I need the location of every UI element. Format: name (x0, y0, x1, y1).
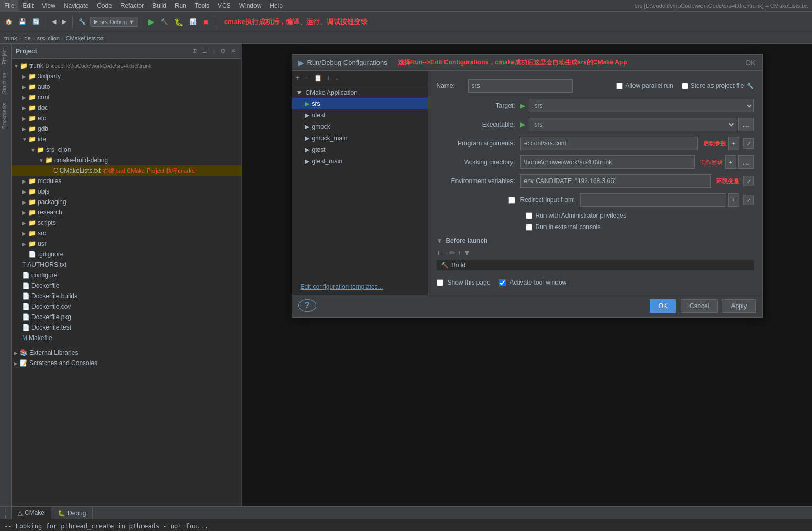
tree-item-packaging[interactable]: ▶ 📁 packaging (12, 197, 241, 207)
tree-item-authors[interactable]: T AUTHORS.txt (12, 259, 241, 270)
tree-item-scratches[interactable]: ▶ 📝 Scratches and Consoles (12, 358, 241, 368)
tree-item-external[interactable]: ▶ 📚 External Libraries (12, 347, 241, 358)
redirect-input[interactable] (580, 193, 726, 207)
panel-scroll-btn[interactable]: ☰ (201, 47, 209, 55)
before-launch-remove-btn[interactable]: − (443, 248, 447, 257)
program-args-input[interactable] (520, 137, 698, 150)
menu-build[interactable]: Build (148, 0, 171, 12)
tree-item-dockerfile[interactable]: 📄 Dockerfile (12, 280, 241, 291)
tree-item-3rdparty[interactable]: ▶ 📁 3rdparty (12, 71, 241, 82)
before-launch-edit-btn[interactable]: ✏ (449, 248, 455, 257)
breadcrumb-item-2[interactable]: srs_clion (37, 35, 60, 41)
tree-item-configure[interactable]: 📄 configure (12, 270, 241, 280)
breadcrumb-item-0[interactable]: trunk (4, 35, 17, 41)
activate-tool-checkbox[interactable] (499, 279, 506, 286)
menu-view[interactable]: View (38, 0, 60, 12)
cancel-button[interactable]: Cancel (681, 299, 718, 313)
target-select[interactable]: srs (529, 99, 754, 112)
redirect-expand-btn[interactable]: ⤢ (743, 195, 754, 205)
tree-item-usr[interactable]: ▶ 📁 usr (12, 239, 241, 249)
toolbar-btn-home[interactable]: 🏠 (3, 17, 15, 26)
config-item-srs[interactable]: ▶ srs (292, 98, 428, 109)
tree-item-modules[interactable]: ▶ 📁 modules (12, 176, 241, 186)
config-add-btn[interactable]: + (294, 73, 302, 83)
side-tab-bookmarks[interactable]: Bookmarks (0, 98, 11, 133)
panel-settings-btn[interactable]: ⚙ (219, 47, 227, 55)
help-button[interactable]: ? (298, 299, 316, 312)
ok-button[interactable]: OK (650, 299, 676, 313)
tree-item-dockerfile-builds[interactable]: 📄 Dockerfile.builds (12, 291, 241, 301)
panel-expand-all-btn[interactable]: ⊞ (191, 47, 198, 55)
stop-button[interactable]: ⏹ (201, 18, 211, 26)
tree-item-dockerfile-cov[interactable]: 📄 Dockerfile.cov (12, 301, 241, 312)
run-external-checkbox[interactable] (526, 224, 532, 231)
config-item-gtest-main[interactable]: ▶ gtest_main (292, 155, 428, 167)
breadcrumb-item-1[interactable]: ide (23, 35, 31, 41)
before-launch-down-btn[interactable]: ▼ (463, 248, 471, 257)
executable-browse-btn[interactable]: ... (738, 118, 754, 131)
menu-window[interactable]: Window (235, 0, 266, 12)
config-item-utest[interactable]: ▶ utest (292, 109, 428, 121)
executable-select[interactable]: srs (529, 118, 736, 131)
tree-item-auto[interactable]: ▶ 📁 auto (12, 82, 241, 92)
dialog-close-btn[interactable]: OK (745, 59, 755, 67)
menu-code[interactable]: Code (93, 0, 116, 12)
tree-item-src[interactable]: ▶ 📁 src (12, 228, 241, 239)
side-tab-structure[interactable]: Structure (0, 69, 11, 98)
tree-item-etc[interactable]: ▶ 📁 etc (12, 113, 241, 123)
run-config-dropdown-icon[interactable]: ▼ (129, 19, 135, 25)
working-dir-browse-btn[interactable]: ... (738, 155, 754, 169)
menu-help[interactable]: Help (265, 0, 287, 12)
panel-sort-btn[interactable]: ↕ (211, 47, 217, 55)
menu-vcs[interactable]: VCS (214, 0, 235, 12)
toolbar-btn-forward[interactable]: ▶ (60, 17, 69, 26)
config-move-down-btn[interactable]: ↓ (333, 73, 341, 83)
before-launch-up-btn[interactable]: ↑ (458, 248, 461, 257)
bottom-panel-scroll-up[interactable]: ↑ (4, 507, 7, 513)
env-vars-expand-btn[interactable]: ⤢ (743, 176, 754, 186)
toolbar-btn-run-widget[interactable]: 🔧 (76, 17, 88, 26)
tree-item-objs[interactable]: ▶ 📁 objs (12, 186, 241, 197)
tree-item-scripts[interactable]: ▶ 📁 scripts (12, 218, 241, 228)
activate-tool-label[interactable]: Activate tool window (499, 279, 567, 286)
bottom-tab-debug[interactable]: 🐛 Debug (51, 507, 93, 519)
edit-config-link[interactable]: Edit configuration templates... (292, 279, 428, 295)
menu-edit[interactable]: Edit (18, 0, 38, 12)
tree-item-ide[interactable]: ▼ 📁 ide (12, 134, 241, 144)
toolbar-btn-save[interactable]: 💾 (17, 17, 28, 26)
config-move-up-btn[interactable]: ↑ (325, 73, 332, 83)
env-vars-input[interactable] (520, 174, 711, 188)
config-group-cmake-header[interactable]: ▼ CMake Application (292, 87, 428, 98)
tree-item-research[interactable]: ▶ 📁 research (12, 207, 241, 218)
bottom-panel-scroll-down[interactable]: ↓ (4, 513, 7, 519)
panel-close-btn[interactable]: ✕ (229, 47, 237, 55)
config-item-gmock[interactable]: ▶ gmock (292, 121, 428, 132)
menu-navigate[interactable]: Navigate (60, 0, 93, 12)
apply-button[interactable]: Apply (722, 299, 755, 313)
tree-item-srs-clion[interactable]: ▼ 📁 srs_clion (12, 144, 241, 155)
tree-item-dockerfile-test[interactable]: 📄 Dockerfile.test (12, 322, 241, 333)
tree-item-doc[interactable]: ▶ 📁 doc (12, 103, 241, 113)
store-project-label[interactable]: Store as project file 🔧 (682, 82, 754, 89)
store-project-checkbox[interactable] (682, 83, 688, 89)
before-launch-add-btn[interactable]: + (437, 248, 441, 257)
run-button[interactable]: ▶ (146, 16, 157, 28)
debug-button[interactable]: 🐛 (172, 17, 185, 27)
tree-item-conf[interactable]: ▶ 📁 conf (12, 92, 241, 103)
config-item-gmock-main[interactable]: ▶ gmock_main (292, 132, 428, 144)
config-item-gtest[interactable]: ▶ gtest (292, 144, 428, 155)
name-input[interactable] (468, 79, 573, 93)
tree-item-gitignore[interactable]: 📄 .gitignore (12, 249, 241, 259)
menu-file[interactable]: File (0, 0, 18, 12)
tree-item-dockerfile-pkg[interactable]: 📄 Dockerfile.pkg (12, 312, 241, 322)
run-admin-checkbox[interactable] (526, 212, 532, 219)
before-launch-header[interactable]: ▼ Before launch (437, 237, 754, 244)
tree-item-cmake-build[interactable]: ▼ 📁 cmake-build-debug (12, 155, 241, 165)
menu-run[interactable]: Run (171, 0, 191, 12)
redirect-add-btn[interactable]: + (728, 193, 739, 207)
program-args-expand-btn[interactable]: ⤢ (743, 138, 754, 149)
program-args-add-btn[interactable]: + (728, 137, 739, 150)
show-page-checkbox[interactable] (437, 279, 443, 286)
toolbar-btn-back[interactable]: ◀ (50, 17, 58, 26)
tree-item-gdb[interactable]: ▶ 📁 gdb (12, 123, 241, 134)
